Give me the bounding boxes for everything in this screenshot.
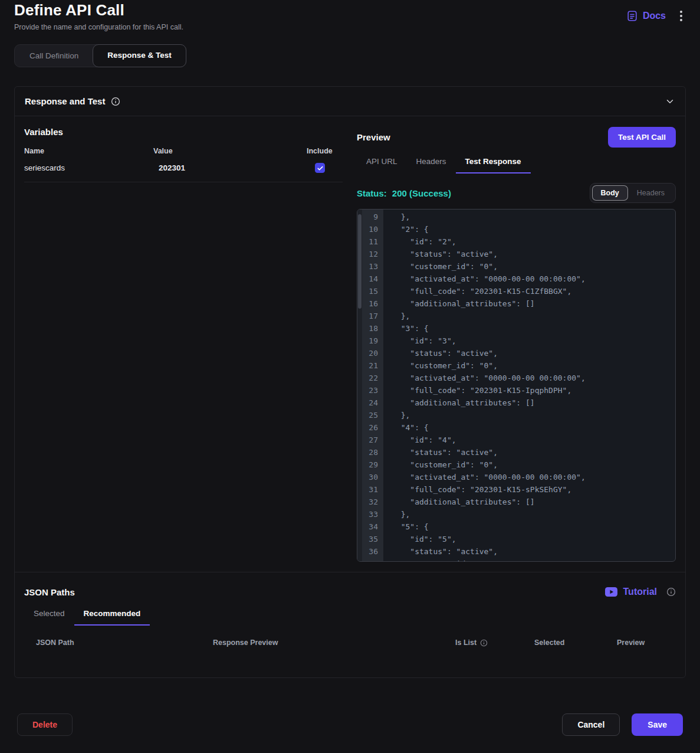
variables-section: Variables Name Value Include seriescards… [24, 127, 343, 562]
preview-title: Preview [357, 132, 390, 142]
docs-label: Docs [643, 11, 666, 21]
header-text: Define API Call Provide the name and con… [14, 1, 183, 31]
col-json-path: JSON Path [36, 639, 213, 647]
youtube-icon [605, 587, 617, 597]
docs-link[interactable]: Docs [626, 10, 666, 22]
status-row: Status: 200 (Success) Body Headers [357, 183, 676, 203]
json-paths-title: JSON Paths [24, 587, 75, 597]
page-header: Define API Call Provide the name and con… [14, 1, 686, 31]
footer-actions: Delete Cancel Save [14, 713, 686, 736]
variables-col-include: Include [307, 147, 343, 155]
tutorial-label: Tutorial [623, 587, 657, 597]
save-button[interactable]: Save [632, 713, 683, 736]
test-api-call-button[interactable]: Test API Call [608, 127, 676, 148]
variables-col-value: Value [153, 147, 307, 155]
tab-headers[interactable]: Headers [407, 157, 456, 173]
tutorial-link[interactable]: Tutorial [605, 587, 657, 597]
docs-icon [626, 10, 638, 22]
preview-tabs: API URL Headers Test Response [357, 157, 676, 173]
code-scrollbar[interactable] [357, 209, 362, 561]
tab-recommended[interactable]: Recommended [74, 609, 150, 626]
variables-header-row: Name Value Include [24, 147, 343, 155]
json-paths-tabs: Selected Recommended [24, 609, 676, 626]
page: Define API Call Provide the name and con… [0, 0, 700, 736]
tab-call-definition[interactable]: Call Definition [15, 45, 93, 67]
is-list-info-icon[interactable] [480, 639, 488, 647]
tab-selected[interactable]: Selected [24, 609, 74, 626]
response-test-panel: Response and Test Variables Name Value I… [14, 86, 686, 678]
status-label: Status: [357, 188, 387, 198]
header-actions: Docs [626, 1, 686, 24]
definition-tabs: Call Definition Response & Test [14, 44, 186, 67]
page-title: Define API Call [14, 1, 183, 19]
json-paths-table-header: JSON Path Response Preview Is List Selec… [24, 639, 676, 647]
include-checkbox[interactable] [315, 163, 325, 173]
info-icon[interactable] [111, 97, 120, 106]
json-paths-header: JSON Paths Tutorial [24, 587, 676, 597]
toggle-headers[interactable]: Headers [628, 185, 673, 201]
panel-header: Response and Test [15, 87, 685, 116]
code-gutter: 9101112131415161718192021222324252627282… [362, 209, 383, 561]
json-paths-actions: Tutorial [605, 587, 676, 597]
variable-value: 202301 [153, 163, 307, 172]
footer-right: Cancel Save [562, 713, 683, 736]
json-paths-section: JSON Paths Tutorial Selected Recommended [15, 572, 685, 677]
col-selected: Selected [534, 639, 617, 647]
json-paths-info-icon[interactable] [666, 587, 676, 597]
col-response-preview: Response Preview [213, 639, 455, 647]
col-is-list: Is List [455, 639, 534, 647]
variable-name: seriescards [24, 163, 153, 172]
preview-section: Preview Test API Call API URL Headers Te… [357, 127, 676, 562]
status-value: 200 (Success) [392, 188, 451, 198]
response-body-viewer[interactable]: 9101112131415161718192021222324252627282… [357, 209, 676, 562]
variables-col-name: Name [24, 147, 153, 155]
delete-button[interactable]: Delete [17, 713, 73, 736]
is-list-label: Is List [455, 639, 476, 647]
variable-row: seriescards 202301 [24, 155, 343, 182]
page-subtitle: Provide the name and configuration for t… [14, 23, 183, 31]
json-paths-empty-body [24, 647, 676, 677]
cancel-button[interactable]: Cancel [562, 713, 620, 736]
body-headers-toggle: Body Headers [590, 183, 676, 203]
toggle-body[interactable]: Body [592, 185, 628, 201]
collapse-chevron-icon[interactable] [665, 96, 675, 107]
tab-test-response[interactable]: Test Response [456, 157, 531, 173]
col-preview: Preview [617, 639, 664, 647]
tab-api-url[interactable]: API URL [357, 157, 407, 173]
preview-header: Preview Test API Call [357, 127, 676, 148]
tab-response-test[interactable]: Response & Test [93, 44, 186, 67]
scrollbar-thumb[interactable] [358, 214, 361, 309]
code-lines: }, "2": { "id": "2", "status": "active",… [383, 209, 675, 561]
panel-title: Response and Test [25, 96, 105, 106]
panel-body: Variables Name Value Include seriescards… [15, 116, 685, 572]
kebab-menu-icon[interactable] [676, 8, 686, 24]
variables-title: Variables [24, 127, 343, 137]
